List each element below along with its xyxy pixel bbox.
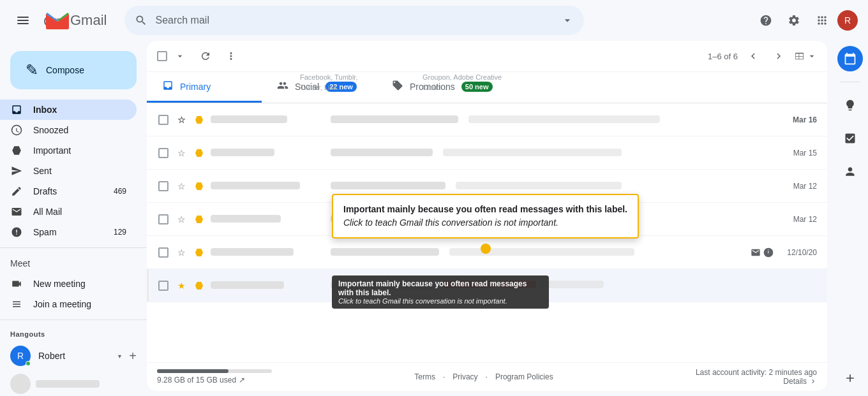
row-sender-6 bbox=[211, 281, 326, 291]
compose-plus-icon: ✎ bbox=[26, 61, 38, 79]
row-star-4[interactable]: ☆ bbox=[175, 214, 188, 224]
sidebar-label-snoozed: Snoozed bbox=[33, 125, 126, 135]
row-checkbox-3[interactable] bbox=[157, 181, 170, 191]
storage-link-icon[interactable]: ↗ bbox=[239, 376, 245, 385]
row-content-1 bbox=[331, 115, 774, 125]
sidebar-item-inbox[interactable]: Inbox bbox=[0, 99, 137, 120]
sidebar-item-snoozed[interactable]: Snoozed bbox=[0, 120, 137, 140]
tab-primary-label: Primary bbox=[180, 82, 211, 92]
storage-bar-fill bbox=[157, 369, 228, 373]
svg-rect-1 bbox=[17, 20, 29, 21]
sidebar-item-important[interactable]: Important bbox=[0, 140, 137, 161]
email-row[interactable]: ☆ Mar 16 bbox=[147, 103, 827, 136]
tab-social[interactable]: Social 22 new Facebook, Tumblr, Twitter,… bbox=[262, 72, 377, 103]
select-all-checkbox[interactable] bbox=[157, 51, 167, 61]
sidebar-item-join-meeting[interactable]: Join a meeting bbox=[0, 294, 137, 314]
row-date-3: Mar 12 bbox=[779, 182, 817, 191]
row-date-5: 12/10/20 bbox=[779, 248, 817, 257]
meet-section-title: Meet bbox=[0, 253, 147, 274]
storage-bar bbox=[157, 369, 272, 373]
select-dropdown-btn[interactable] bbox=[170, 46, 190, 66]
tasks-button[interactable] bbox=[837, 126, 863, 151]
promo-subtitle: Groupon, Adobe Creative Cloud... bbox=[423, 71, 508, 92]
row-star-5[interactable]: ☆ bbox=[175, 247, 188, 258]
row-important-3[interactable] bbox=[193, 181, 206, 191]
row-date-1: Mar 16 bbox=[779, 115, 817, 124]
row-star-1[interactable]: ☆ bbox=[175, 115, 188, 125]
hangouts-user[interactable]: R Robert ▾ + bbox=[10, 343, 137, 369]
tab-primary[interactable]: Primary bbox=[147, 72, 262, 103]
hamburger-menu[interactable] bbox=[10, 8, 36, 33]
layout-button[interactable] bbox=[794, 50, 817, 62]
row-checkbox-6[interactable] bbox=[157, 281, 170, 291]
row-sender-2 bbox=[211, 148, 326, 158]
tab-promotions[interactable]: Promotions 50 new Groupon, Adobe Creativ… bbox=[377, 72, 508, 103]
promotions-tab-icon bbox=[392, 80, 403, 93]
terms-link[interactable]: Terms bbox=[414, 372, 435, 381]
tabs-bar: Primary Social 22 new Facebook, Tumblr, … bbox=[147, 72, 827, 103]
gmail-logo-text: Gmail bbox=[70, 12, 107, 29]
activity-text: Last account activity: 2 minutes ago bbox=[696, 368, 817, 377]
row-star-2[interactable]: ☆ bbox=[175, 148, 188, 158]
sidebar-item-sent[interactable]: Sent bbox=[0, 161, 137, 181]
row-content-5 bbox=[331, 247, 740, 258]
sidebar-item-drafts[interactable]: Drafts 469 bbox=[0, 181, 137, 202]
calendar-button[interactable] bbox=[837, 46, 863, 71]
sidebar-divider-2 bbox=[0, 319, 147, 320]
row-content-2 bbox=[331, 148, 774, 158]
row-important-1[interactable] bbox=[193, 115, 206, 125]
row-important-2[interactable] bbox=[193, 148, 206, 158]
more-options-button[interactable] bbox=[221, 46, 241, 66]
storage-info: 9.28 GB of 15 GB used ↗ bbox=[157, 369, 272, 385]
add-addon-button[interactable] bbox=[837, 365, 863, 391]
row-important-5[interactable] bbox=[193, 247, 206, 258]
refresh-button[interactable] bbox=[195, 46, 216, 66]
keep-button[interactable] bbox=[837, 92, 863, 118]
apps-button[interactable] bbox=[809, 8, 835, 33]
row-sender-4 bbox=[211, 214, 326, 224]
sent-icon bbox=[10, 165, 23, 177]
email-row[interactable]: ☆ Mar 15 bbox=[147, 136, 827, 170]
sidebar-item-new-meeting[interactable]: New meeting bbox=[0, 274, 137, 294]
row-checkbox-5[interactable] bbox=[157, 247, 170, 258]
row-star-6[interactable]: ★ bbox=[175, 281, 188, 291]
row-content-3 bbox=[331, 181, 774, 191]
sidebar-item-spam[interactable]: Spam 129 bbox=[0, 222, 137, 242]
search-dropdown-icon[interactable] bbox=[561, 14, 574, 27]
account-avatar[interactable]: R bbox=[837, 10, 858, 31]
sidebar-label-drafts: Drafts bbox=[33, 186, 103, 196]
row-important-4[interactable] bbox=[193, 214, 206, 224]
row-checkbox-4[interactable] bbox=[157, 214, 170, 224]
row-date-4: Mar 12 bbox=[779, 215, 817, 224]
row-checkbox-2[interactable] bbox=[157, 148, 170, 158]
privacy-link[interactable]: Privacy bbox=[453, 372, 477, 381]
details-link[interactable]: Details bbox=[696, 377, 817, 386]
hangouts-section: Hangouts R Robert ▾ + R bbox=[0, 325, 147, 396]
spam-count: 129 bbox=[114, 228, 126, 237]
row-star-3[interactable]: ☆ bbox=[175, 181, 188, 191]
hangouts-contact-1[interactable] bbox=[10, 374, 137, 394]
settings-button[interactable] bbox=[781, 8, 807, 33]
row-important-6[interactable] bbox=[193, 281, 206, 291]
select-all-check[interactable] bbox=[157, 46, 190, 66]
tooltip-mini-title: Important mainly because you often read … bbox=[338, 279, 542, 297]
row-checkbox-1[interactable] bbox=[157, 115, 170, 125]
sidebar: ✎ Compose Inbox Snoozed Impor bbox=[0, 41, 147, 396]
compose-button[interactable]: ✎ Compose bbox=[10, 51, 137, 89]
snoozed-icon bbox=[10, 124, 23, 136]
prev-page-button[interactable] bbox=[743, 46, 763, 66]
search-input[interactable] bbox=[155, 15, 553, 26]
contacts-button[interactable] bbox=[837, 159, 863, 184]
help-button[interactable] bbox=[753, 8, 779, 33]
tooltip-body: Click to teach Gmail this conversation i… bbox=[343, 216, 627, 230]
hangouts-add-button[interactable]: + bbox=[129, 349, 137, 363]
search-bar[interactable] bbox=[124, 6, 584, 35]
program-policies-link[interactable]: Program Policies bbox=[495, 372, 553, 381]
sidebar-item-all-mail[interactable]: All Mail bbox=[0, 202, 137, 222]
sidebar-label-new-meeting: New meeting bbox=[33, 279, 126, 289]
svg-rect-0 bbox=[17, 17, 29, 18]
next-page-button[interactable] bbox=[768, 46, 789, 66]
email-toolbar: 1–6 of 6 bbox=[147, 41, 827, 72]
pagination-text: 1–6 of 6 bbox=[708, 52, 738, 61]
all-mail-icon bbox=[10, 205, 23, 218]
